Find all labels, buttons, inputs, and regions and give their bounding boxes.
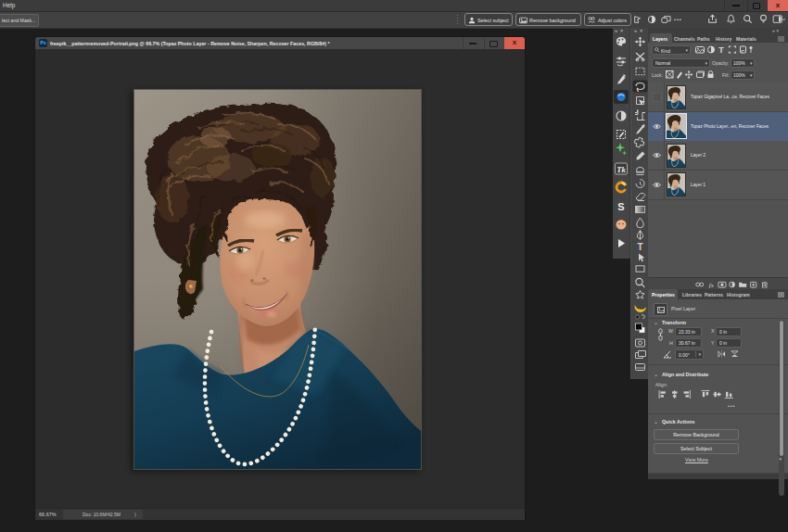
svg-text:T: T [718,45,724,54]
svg-text:T: T [637,242,642,252]
svg-text:fx: fx [709,282,715,288]
svg-text:Tk: Tk [616,165,626,174]
svg-text:S: S [617,201,624,212]
